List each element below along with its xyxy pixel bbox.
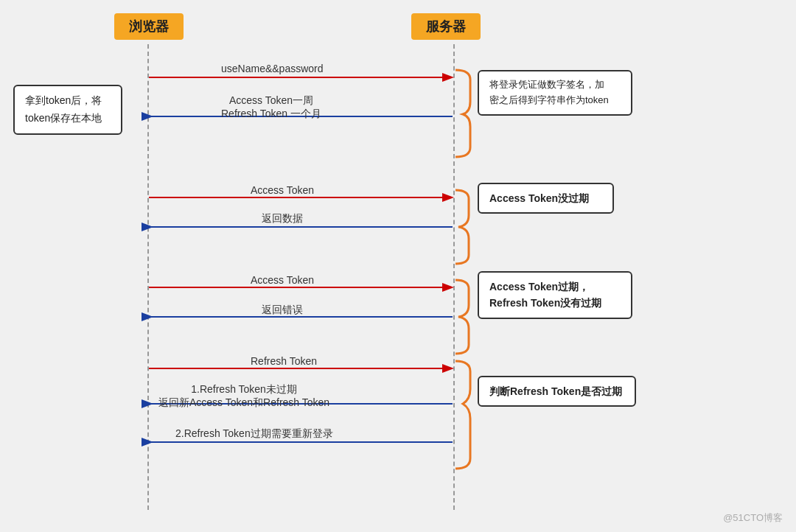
server-text-4: 判断Refresh Token是否过期: [489, 385, 622, 397]
arrow-label-7: Refresh Token: [251, 355, 317, 367]
arrow-label-3: Access Token: [251, 184, 314, 196]
browser-dotted-line: [147, 44, 149, 510]
browser-header: 浏览器: [114, 13, 184, 40]
server-label: 服务器: [426, 19, 466, 34]
server-box-4: 判断Refresh Token是否过期: [478, 376, 636, 407]
arrow-label-6: 返回错误: [262, 304, 303, 317]
arrow-label-9: 2.Refresh Token过期需要重新登录: [175, 427, 333, 441]
arrow-label-8: 1.Refresh Token未过期返回新Access Token和Refres…: [158, 383, 329, 410]
diagram-container: 浏览器 服务器 拿到token后，将token保存在本地 将登录凭证做数字签名，…: [0, 0, 796, 532]
server-box-3: Access Token过期，Refresh Token没有过期: [478, 271, 632, 319]
arrow-label-5: Access Token: [251, 274, 314, 286]
arrow-label-4: 返回数据: [262, 212, 303, 225]
watermark: @51CTO博客: [723, 511, 783, 525]
server-box-1: 将登录凭证做数字签名，加密之后得到字符串作为token: [478, 70, 632, 116]
arrow-label-1: useName&&password: [221, 63, 324, 74]
server-header: 服务器: [411, 13, 481, 40]
local-storage-box: 拿到token后，将token保存在本地: [13, 85, 122, 135]
browser-label: 浏览器: [129, 19, 169, 34]
server-text-2: Access Token没过期: [489, 192, 589, 204]
server-box-2: Access Token没过期: [478, 183, 614, 214]
local-storage-text: 拿到token后，将token保存在本地: [25, 94, 102, 124]
arrow-label-2: Access Token一周Refresh Token 一个月: [221, 94, 321, 121]
arrows-svg: [0, 0, 796, 532]
server-text-3: Access Token过期，Refresh Token没有过期: [489, 281, 601, 309]
server-text-1: 将登录凭证做数字签名，加密之后得到字符串作为token: [489, 79, 609, 105]
server-dotted-line: [453, 44, 455, 510]
